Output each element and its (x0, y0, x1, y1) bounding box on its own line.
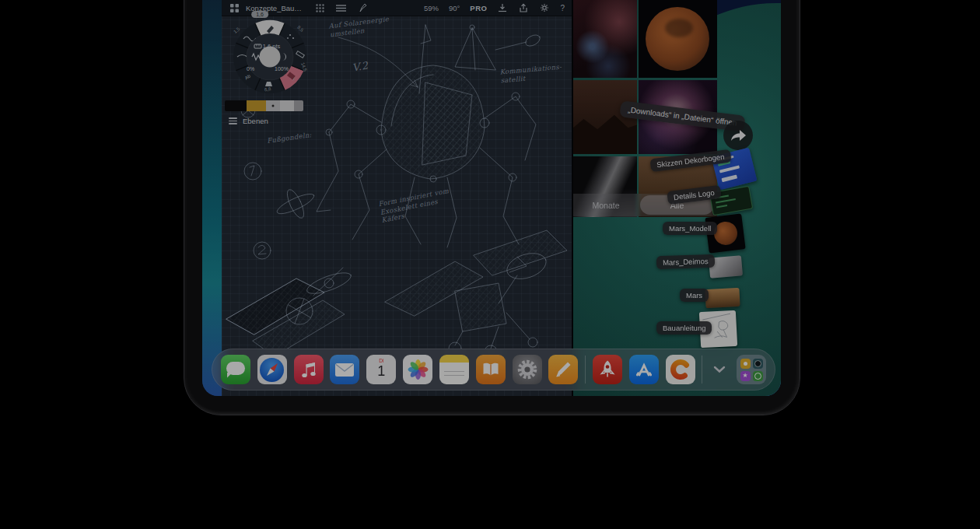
rocket-app-icon[interactable] (593, 355, 622, 384)
dots-grid-icon[interactable] (315, 2, 326, 13)
swatch-gray-selected[interactable] (266, 100, 280, 111)
chevron-down-icon (713, 366, 726, 373)
help-button[interactable]: ? (560, 4, 565, 12)
open-book-icon (476, 355, 506, 384)
layers-button[interactable]: Ebenen (229, 117, 268, 125)
export-icon[interactable] (518, 2, 529, 13)
pen-tool-icon[interactable] (357, 2, 368, 13)
dock: Di 1 (212, 349, 775, 391)
app-library-grid: ★ (740, 359, 763, 381)
swatch-gold[interactable] (247, 100, 266, 111)
file-label-mars-deimos[interactable]: Mars_Deimos (656, 254, 715, 270)
share-arrow-icon (730, 128, 747, 142)
swatch-black[interactable] (225, 100, 247, 111)
rotation-value[interactable]: 90° (449, 4, 460, 12)
photo-thumbnail-nebula[interactable] (573, 0, 637, 78)
settings-gear-icon[interactable] (539, 2, 550, 13)
apps-grid-icon[interactable] (229, 2, 240, 13)
settings-app-icon[interactable] (513, 355, 542, 384)
app-store-app-icon[interactable] (629, 355, 659, 384)
ring-size-3: 6,8 (264, 86, 271, 92)
calendar-app-icon[interactable]: Di 1 (366, 355, 396, 384)
dock-collapse-button[interactable] (709, 355, 730, 384)
file-label-mars[interactable]: Mars (680, 289, 709, 302)
concepts-app-pane: Auf Solarenergie umstellen Kommunikation… (222, 0, 572, 396)
swatch-lightgray[interactable] (280, 100, 294, 111)
calendar-weekday: Di (366, 358, 396, 363)
pro-badge[interactable]: PRO (470, 4, 487, 12)
opacity-max-label: 100% (275, 66, 289, 72)
calendar-day: 1 (366, 363, 396, 380)
zoom-level[interactable]: 59% (424, 4, 439, 12)
concepts-toolbar: Konzepte_Bau… 59% 90° PRO (222, 0, 572, 16)
safari-app-icon[interactable] (257, 355, 287, 384)
timer-mini-icon (753, 371, 763, 381)
appstore-a-icon (629, 355, 659, 384)
file-thumb-mars[interactable] (705, 288, 740, 308)
file-label-mars-modell[interactable]: Mars_Modell (663, 222, 717, 235)
file-label-bauanleitung[interactable]: Bauanleitung (656, 321, 712, 335)
hamburger-icon (229, 117, 237, 124)
tips-mini-icon (740, 359, 751, 369)
swatch-silver[interactable] (294, 100, 303, 111)
tab-monate[interactable]: Monate (573, 201, 639, 210)
dock-divider (585, 356, 586, 384)
layers-label: Ebenen (243, 117, 268, 125)
dock-divider (702, 356, 702, 384)
star-mini-icon: ★ (740, 371, 751, 381)
pen-icon (548, 355, 578, 384)
rocket-icon (593, 355, 622, 384)
layer-stack-icon[interactable] (336, 2, 347, 13)
photos-app-icon[interactable] (403, 355, 432, 384)
opacity-min-label: 0% (247, 66, 254, 72)
photo-thumbnail-mars-planet[interactable] (639, 0, 717, 78)
gear-icon (513, 355, 542, 384)
notes-app-icon[interactable] (439, 355, 469, 384)
share-button[interactable] (723, 121, 753, 150)
concepts-app-icon[interactable] (666, 355, 695, 384)
stroke-size-label: 1,6 pts (254, 43, 289, 50)
tool-wheel[interactable]: A Ab 1,6 pts 0% 100% 1,5 8,5 14,5 6,8 (231, 18, 309, 96)
books-app-icon[interactable] (476, 355, 506, 384)
active-size-pill: 1,6 (251, 11, 268, 18)
color-swatch-bar (225, 100, 303, 111)
concepts-c-icon (666, 355, 695, 384)
messages-app-icon[interactable] (221, 355, 250, 384)
music-app-icon[interactable] (294, 355, 324, 384)
import-icon[interactable] (497, 2, 508, 13)
annotation-version: V.2 (352, 59, 369, 75)
photos-files-pane: Monate Alle „Downloads“ in „Dateien“ öff… (573, 0, 781, 396)
chat-bubble-icon (226, 362, 245, 375)
music-note-icon (294, 355, 324, 384)
camera-mini-icon (753, 359, 763, 369)
pages-app-icon[interactable] (548, 355, 578, 384)
mail-app-icon[interactable] (330, 355, 359, 384)
ipad-screen: Auf Solarenergie umstellen Kommunikation… (202, 0, 781, 396)
app-library-icon[interactable]: ★ (737, 355, 766, 384)
